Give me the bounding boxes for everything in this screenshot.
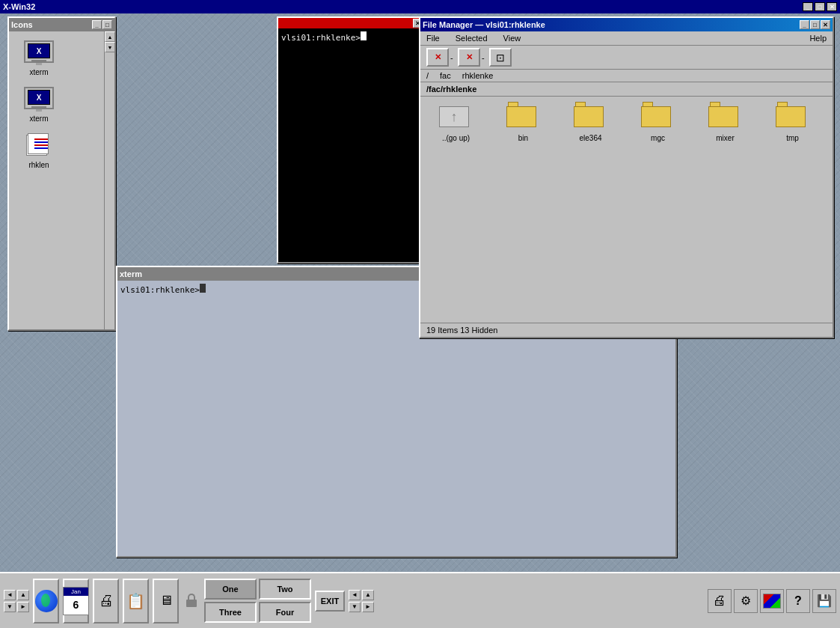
xterm-red-window: ✕ vlsi01:rhklenke> — [277, 16, 426, 263]
icons-panel-titlebar[interactable]: Icons _ □ — [9, 18, 114, 31]
systray-color[interactable] — [760, 589, 784, 613]
file-manager-titlebar[interactable]: File Manager — vlsi01:rhklenke _ □ ✕ — [420, 18, 833, 31]
fm-path-root[interactable]: / — [426, 71, 429, 80]
cal-month: Jan — [64, 588, 88, 596]
taskbar-left-arrows: ◄ ▲ ▼ ► — [4, 590, 29, 612]
arrow-bottom-row: ▼ ► — [4, 602, 29, 612]
taskbar-icon-4[interactable]: 📋 — [123, 579, 149, 624]
xterm-icon-1[interactable]: X xterm — [13, 39, 65, 78]
fm-path-bar: / fac rhklenke — [420, 70, 833, 82]
calendar-btn[interactable]: Jan 6 — [63, 579, 89, 624]
xterm-label-2: xterm — [30, 115, 49, 123]
fm-menu-file[interactable]: File — [424, 33, 442, 43]
xwin32-minimize[interactable]: _ — [803, 2, 813, 11]
fm-bin-img — [506, 106, 540, 132]
r-arrow-up[interactable]: ▲ — [362, 590, 374, 600]
xterm-icon-2[interactable]: X xterm — [13, 85, 65, 124]
xwin32-controls[interactable]: _ □ ✕ — [803, 2, 837, 11]
r-arrow-right[interactable]: ► — [362, 602, 374, 612]
icons-panel-controls[interactable]: _ □ — [92, 20, 112, 29]
globe-btn[interactable] — [33, 579, 59, 624]
fm-folder-goup[interactable]: ↑ ..(go up) — [428, 104, 484, 144]
systray-config[interactable]: ⚙ — [734, 589, 758, 613]
workspace-one[interactable]: One — [204, 579, 257, 600]
fm-body: File Selected View Help ✕ - ✕ - ⊡ / fac … — [420, 31, 833, 337]
exit-btn[interactable]: EXIT — [315, 591, 345, 612]
calendar-icon: Jan 6 — [63, 587, 89, 615]
fm-menu-selected[interactable]: Selected — [453, 33, 490, 43]
fm-btn-up[interactable]: ⊡ — [489, 48, 512, 67]
fm-mgc-label: mgc — [651, 134, 665, 142]
fm-path-fac[interactable]: fac — [440, 71, 451, 80]
xterm-icon-2-img: X — [24, 87, 54, 113]
workspace-three[interactable]: Three — [204, 602, 257, 623]
r-arrow-down[interactable]: ▼ — [349, 602, 361, 612]
mixer-folder-display — [708, 106, 740, 130]
taskbar-icon-5[interactable]: 🖥 — [153, 579, 179, 624]
fm-folder-bin[interactable]: bin — [495, 104, 551, 144]
monitor-stand-2 — [36, 109, 42, 112]
icons-panel-maximize[interactable]: □ — [102, 20, 112, 29]
fm-folder-ele364[interactable]: ele364 — [562, 104, 619, 144]
r-arrow-up-left[interactable]: ◄ — [349, 590, 361, 600]
xwin32-maximize[interactable]: □ — [815, 2, 825, 11]
rhklen-icon-img — [24, 133, 54, 159]
file-manager-window: File Manager — vlsi01:rhklenke _ □ ✕ Fil… — [419, 16, 834, 338]
xwin32-title: X-Win32 — [3, 2, 35, 11]
arrow-up[interactable]: ▲ — [17, 590, 29, 600]
fm-path-rhklenke[interactable]: rhklenke — [462, 71, 494, 80]
fm-ele364-img — [574, 106, 607, 132]
fm-menubar: File Selected View Help — [420, 31, 833, 46]
fm-maximize[interactable]: □ — [810, 20, 820, 29]
xterm-large-prompt: vlsi01:rhklenke> — [120, 285, 200, 295]
monitor-screen-2: X — [28, 90, 50, 105]
rhklen-icon[interactable]: rhklen — [13, 132, 65, 171]
taskbar-icon-3[interactable]: 🖨 — [93, 579, 119, 624]
fm-minimize[interactable]: _ — [800, 20, 809, 29]
fm-folder-tmp[interactable]: tmp — [764, 104, 821, 144]
fm-btn-copy[interactable]: ✕ — [458, 48, 480, 67]
go-up-arrow: ↑ — [451, 109, 458, 125]
icons-scrollbar[interactable]: ▲ ▼ — [104, 31, 114, 329]
globe-icon — [35, 590, 58, 612]
fm-status-text: 19 Items 13 Hidden — [426, 326, 497, 335]
arrow-up-left[interactable]: ◄ — [4, 590, 16, 600]
arrow-right[interactable]: ► — [17, 602, 29, 612]
scroll-down-arrow[interactable]: ▼ — [105, 42, 115, 52]
fm-folder-mgc[interactable]: mgc — [630, 104, 686, 144]
fm-menu-view[interactable]: View — [501, 33, 524, 43]
systray-drive[interactable]: 💾 — [812, 589, 836, 613]
fm-menu-help[interactable]: Help — [807, 33, 829, 43]
fm-folder-mixer[interactable]: mixer — [697, 104, 753, 144]
workspace-grid: One Two Three Four — [204, 579, 311, 623]
workspace-four[interactable]: Four — [259, 602, 311, 623]
bin-folder-body — [506, 106, 536, 127]
cursor-block — [361, 31, 367, 40]
icons-panel-minimize[interactable]: _ — [92, 20, 102, 29]
fm-close[interactable]: ✕ — [821, 20, 830, 29]
fm-tmp-img — [776, 106, 809, 132]
lock-shackle — [188, 594, 195, 600]
xterm-red-titlebar[interactable]: ✕ — [278, 18, 425, 28]
fm-btn-back[interactable]: ✕ — [426, 48, 449, 67]
lock-body — [186, 600, 197, 607]
xterm-red-body[interactable]: vlsi01:rhklenke> — [278, 28, 425, 262]
x-char-1: X — [37, 47, 42, 55]
fm-current-path: /fac/rhklenke — [420, 82, 833, 97]
rhklen-label: rhklen — [28, 161, 49, 169]
tmp-folder-display — [776, 106, 807, 130]
xwin32-titlebar: X-Win32 _ □ ✕ — [0, 0, 840, 13]
xwin32-close[interactable]: ✕ — [827, 2, 837, 11]
x-char-2: X — [37, 94, 42, 102]
systray-help[interactable]: ? — [786, 589, 810, 613]
file-page-front — [28, 133, 49, 154]
scroll-up-arrow[interactable]: ▲ — [105, 31, 115, 42]
systray-printer[interactable]: 🖨 — [708, 589, 732, 613]
icons-panel-body: X xterm X xterm — [9, 31, 114, 329]
arrow-down[interactable]: ▼ — [4, 602, 16, 612]
file-manager-controls[interactable]: _ □ ✕ — [800, 20, 830, 29]
file-display — [24, 133, 50, 156]
icons-panel: Icons _ □ X xterm X — [7, 16, 116, 331]
file-line-4 — [34, 147, 48, 149]
workspace-two[interactable]: Two — [259, 579, 311, 600]
